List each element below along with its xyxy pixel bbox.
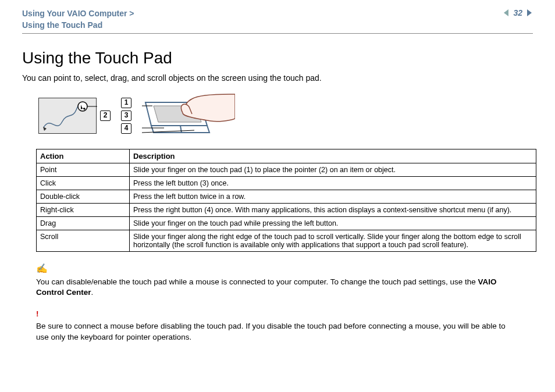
table-row: ScrollSlide your finger along the right …: [37, 230, 536, 252]
breadcrumb-line2: Using the Touch Pad: [22, 20, 134, 31]
prev-page-icon[interactable]: [503, 9, 511, 17]
note-text-before: You can disable/enable the touch pad whi…: [36, 277, 478, 286]
th-description: Description: [130, 149, 536, 163]
table-row: Right-clickPress the right button (4) on…: [37, 204, 536, 217]
page-nav: 32: [503, 8, 533, 17]
breadcrumb-line1: Using Your VAIO Computer >: [22, 8, 134, 20]
callout-stack: 1 3 4: [121, 98, 131, 134]
next-page-icon[interactable]: [525, 9, 533, 17]
page-number: 32: [513, 8, 522, 17]
callout-right-button: 4: [121, 123, 131, 134]
note-icon: ✍: [36, 262, 519, 275]
svg-marker-1: [527, 9, 532, 16]
table-row: PointSlide your finger on the touch pad …: [37, 163, 536, 177]
th-action: Action: [37, 149, 130, 163]
svg-point-3: [78, 102, 87, 111]
diagram-row: 2 1 3 4: [38, 93, 533, 138]
note-block: ✍ You can disable/enable the touch pad w…: [36, 262, 519, 298]
table-header-row: Action Description: [37, 149, 536, 163]
svg-marker-0: [504, 9, 508, 16]
actions-table: Action Description PointSlide your finge…: [36, 149, 536, 252]
page-title: Using the Touch Pad: [22, 49, 533, 67]
table-row: DragSlide your finger on the touch pad w…: [37, 217, 536, 230]
warning-text: Be sure to connect a mouse before disabl…: [36, 322, 506, 341]
intro-text: You can point to, select, drag, and scro…: [22, 73, 533, 83]
breadcrumb: Using Your VAIO Computer > Using the Tou…: [22, 8, 134, 31]
page-header: Using Your VAIO Computer > Using the Tou…: [22, 0, 533, 34]
note-text-after: .: [91, 288, 94, 297]
screen-diagram: [38, 98, 97, 134]
table-row: ClickPress the left button (3) once.: [37, 177, 536, 190]
callout-touchpad: 1: [121, 98, 131, 108]
warning-icon: !: [36, 309, 519, 320]
warning-block: ! Be sure to connect a mouse before disa…: [36, 309, 519, 343]
table-row: Double-clickPress the left button twice …: [37, 190, 536, 204]
callout-pointer: 2: [100, 111, 111, 121]
callout-left-button: 3: [121, 111, 131, 121]
svg-marker-2: [43, 127, 47, 131]
touchpad-diagram: [142, 93, 235, 138]
